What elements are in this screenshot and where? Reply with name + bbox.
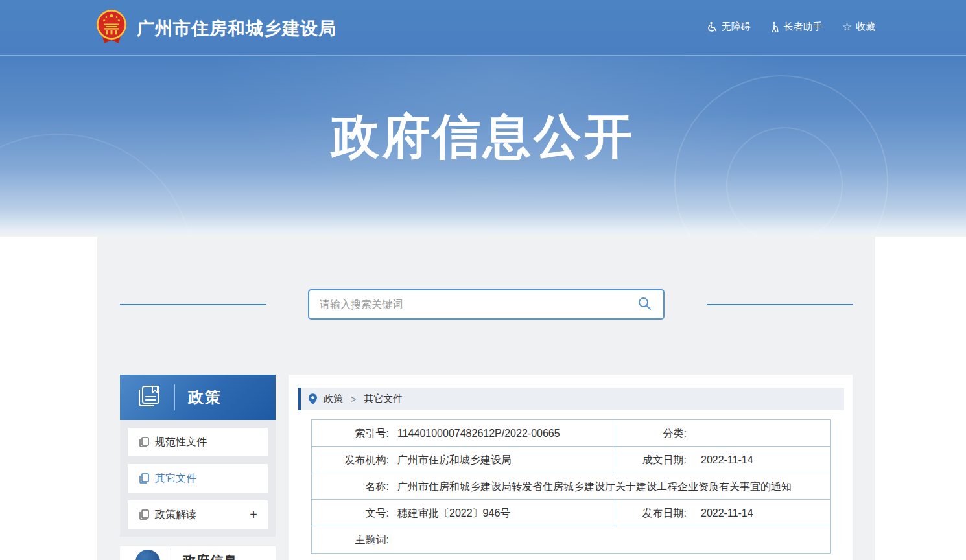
field-label: 名称: — [312, 473, 389, 499]
field-category: 分类: — [615, 420, 830, 446]
breadcrumb-item-other-documents[interactable]: 其它文件 — [364, 393, 403, 405]
field-label: 文号: — [312, 500, 389, 526]
sidebar: 政策 规范性文件 其它文件 — [120, 375, 276, 560]
quick-links: 无障碍 长者助手 ☆ 收藏 — [707, 21, 875, 33]
elder-person-icon — [770, 21, 780, 32]
search-input[interactable] — [320, 299, 636, 310]
site-brand[interactable]: 广州市住房和城乡建设局 — [95, 8, 336, 49]
decorative-line-right — [707, 304, 853, 305]
search-box — [308, 289, 665, 320]
banner: 政府信息公开 — [0, 56, 966, 237]
field-issue-date: 成文日期: 2022-11-14 — [615, 447, 830, 472]
elder-assist-link[interactable]: 长者助手 — [770, 21, 823, 33]
sidebar-item-other-documents[interactable]: 其它文件 — [128, 464, 268, 493]
expand-plus-icon[interactable]: + — [250, 508, 257, 521]
favorite-label: 收藏 — [856, 21, 875, 33]
main-panel: 政策 > 其它文件 索引号: 11440100007482612P/2022-0… — [289, 375, 853, 560]
field-value: 广州市住房和城乡建设局转发省住房城乡建设厅关于建设工程企业资质有关事宜的通知 — [397, 473, 792, 499]
site-title: 广州市住房和城乡建设局 — [137, 17, 336, 40]
book-icon — [134, 382, 163, 413]
sidebar-item-label: 规范性文件 — [155, 436, 207, 449]
document-detail-table: 索引号: 11440100007482612P/2022-00665 分类: 发… — [311, 419, 831, 554]
field-label: 成文日期: — [615, 447, 687, 472]
breadcrumb-item-policy[interactable]: 政策 — [324, 393, 343, 405]
field-publish-date: 发布日期: 2022-11-14 — [615, 500, 830, 526]
chevron-right-icon: > — [349, 394, 357, 404]
elder-assist-label: 长者助手 — [784, 21, 823, 33]
sidebar-policy-title: 政策 — [188, 387, 222, 408]
table-row: 索引号: 11440100007482612P/2022-00665 分类: — [312, 420, 830, 447]
sidebar-item-label: 政策解读 — [155, 508, 196, 522]
field-value: 2022-11-14 — [701, 447, 753, 472]
content-container: 政策 规范性文件 其它文件 — [97, 237, 875, 560]
field-value: 2022-11-14 — [701, 500, 753, 526]
search-button[interactable] — [636, 295, 653, 314]
sidebar-gov-info-title: 政府信息 — [183, 552, 237, 560]
sidebar-item-label: 其它文件 — [155, 472, 196, 485]
globe-circle-icon — [135, 550, 160, 560]
sidebar-item-normative-documents[interactable]: 规范性文件 — [128, 428, 268, 456]
vertical-divider — [174, 384, 175, 410]
wheelchair-icon — [707, 21, 718, 32]
sidebar-item-policy-interpretation[interactable]: 政策解读 + — [128, 500, 268, 529]
star-icon: ☆ — [842, 21, 852, 32]
field-value: 穗建审批〔2022〕946号 — [397, 500, 510, 526]
field-label: 发布机构: — [312, 447, 389, 472]
sidebar-section-gov-info[interactable]: 政府信息 — [120, 546, 276, 560]
field-index-number: 索引号: 11440100007482612P/2022-00665 — [312, 420, 615, 446]
document-icon — [139, 473, 149, 484]
field-document-number: 文号: 穗建审批〔2022〕946号 — [312, 500, 615, 526]
field-subject-words: 主题词: — [312, 526, 830, 553]
table-row: 发布机构: 广州市住房和城乡建设局 成文日期: 2022-11-14 — [312, 447, 830, 473]
search-icon — [637, 296, 652, 312]
decorative-line-left — [120, 304, 266, 305]
national-emblem-icon — [95, 8, 128, 49]
table-row: 主题词: — [312, 526, 830, 553]
field-value: 11440100007482612P/2022-00665 — [397, 420, 560, 446]
sidebar-menu: 规范性文件 其它文件 政策解读 — [120, 420, 276, 537]
sidebar-section-policy[interactable]: 政策 — [120, 375, 276, 420]
table-row: 文号: 穗建审批〔2022〕946号 发布日期: 2022-11-14 — [312, 500, 830, 526]
field-document-name: 名称: 广州市住房和城乡建设局转发省住房城乡建设厅关于建设工程企业资质有关事宜的… — [312, 473, 830, 499]
field-label: 发布日期: — [615, 500, 687, 526]
top-bar: 广州市住房和城乡建设局 无障碍 长者助手 — [0, 0, 966, 56]
breadcrumb: 政策 > 其它文件 — [298, 388, 844, 410]
vertical-divider — [171, 548, 171, 560]
field-value: 广州市住房和城乡建设局 — [397, 447, 512, 472]
page-title: 政府信息公开 — [0, 105, 966, 170]
location-pin-icon — [309, 393, 317, 404]
accessibility-label: 无障碍 — [722, 21, 751, 33]
table-row: 名称: 广州市住房和城乡建设局转发省住房城乡建设厅关于建设工程企业资质有关事宜的… — [312, 473, 830, 500]
field-label: 分类: — [615, 420, 687, 446]
document-icon — [139, 509, 149, 520]
accessibility-link[interactable]: 无障碍 — [707, 21, 751, 33]
document-icon — [139, 437, 149, 447]
field-label: 索引号: — [312, 420, 389, 446]
field-label: 主题词: — [312, 526, 389, 553]
field-issuing-agency: 发布机构: 广州市住房和城乡建设局 — [312, 447, 615, 472]
favorite-link[interactable]: ☆ 收藏 — [842, 21, 875, 33]
